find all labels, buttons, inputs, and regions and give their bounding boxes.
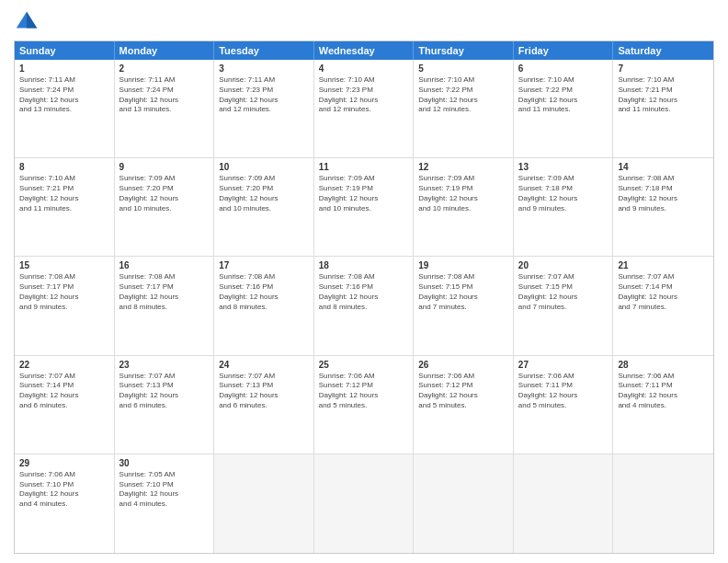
day-number: 25 [319, 359, 409, 371]
day-number: 3 [219, 63, 309, 75]
cal-cell-12: 12Sunrise: 7:09 AMSunset: 7:19 PMDayligh… [414, 158, 514, 256]
day-number: 18 [319, 259, 409, 271]
day-detail: Sunrise: 7:10 AMSunset: 7:22 PMDaylight:… [418, 75, 508, 115]
cal-cell-empty-2 [214, 454, 314, 553]
cal-header-saturday: Saturday [613, 41, 713, 60]
cal-cell-20: 20Sunrise: 7:07 AMSunset: 7:15 PMDayligh… [514, 257, 614, 354]
cal-cell-8: 8Sunrise: 7:10 AMSunset: 7:21 PMDaylight… [15, 158, 115, 256]
day-detail: Sunrise: 7:10 AMSunset: 7:21 PMDaylight:… [618, 75, 709, 115]
cal-week-3: 15Sunrise: 7:08 AMSunset: 7:17 PMDayligh… [15, 257, 713, 355]
cal-header-monday: Monday [115, 41, 215, 60]
cal-cell-empty-3 [314, 454, 415, 553]
day-detail: Sunrise: 7:10 AMSunset: 7:23 PMDaylight:… [319, 75, 409, 115]
day-number: 19 [418, 259, 508, 271]
logo [14, 9, 43, 35]
cal-cell-18: 18Sunrise: 7:08 AMSunset: 7:16 PMDayligh… [314, 257, 415, 354]
cal-cell-22: 22Sunrise: 7:07 AMSunset: 7:14 PMDayligh… [15, 356, 115, 454]
cal-cell-15: 15Sunrise: 7:08 AMSunset: 7:17 PMDayligh… [15, 257, 115, 354]
cal-header-tuesday: Tuesday [214, 41, 314, 60]
day-detail: Sunrise: 7:11 AMSunset: 7:24 PMDaylight:… [119, 75, 210, 115]
calendar-body: 1Sunrise: 7:11 AMSunset: 7:24 PMDaylight… [15, 60, 713, 553]
day-number: 8 [19, 161, 109, 173]
cal-cell-11: 11Sunrise: 7:09 AMSunset: 7:19 PMDayligh… [314, 158, 415, 256]
day-number: 16 [119, 259, 210, 271]
cal-cell-30: 30Sunrise: 7:05 AMSunset: 7:10 PMDayligh… [115, 454, 215, 553]
header [14, 9, 714, 35]
day-detail: Sunrise: 7:09 AMSunset: 7:20 PMDaylight:… [119, 174, 210, 213]
cal-cell-9: 9Sunrise: 7:09 AMSunset: 7:20 PMDaylight… [115, 158, 215, 256]
day-number: 4 [319, 63, 409, 75]
cal-week-5: 29Sunrise: 7:06 AMSunset: 7:10 PMDayligh… [15, 454, 713, 553]
svg-marker-1 [27, 12, 37, 29]
day-detail: Sunrise: 7:09 AMSunset: 7:20 PMDaylight:… [219, 174, 309, 213]
cal-week-4: 22Sunrise: 7:07 AMSunset: 7:14 PMDayligh… [15, 356, 713, 454]
cal-cell-empty-6 [613, 454, 713, 553]
day-detail: Sunrise: 7:06 AMSunset: 7:12 PMDaylight:… [418, 372, 508, 411]
day-detail: Sunrise: 7:06 AMSunset: 7:11 PMDaylight:… [618, 372, 709, 411]
cal-header-thursday: Thursday [414, 41, 514, 60]
day-detail: Sunrise: 7:07 AMSunset: 7:14 PMDaylight:… [19, 372, 109, 411]
cal-cell-1: 1Sunrise: 7:11 AMSunset: 7:24 PMDaylight… [15, 60, 115, 157]
day-detail: Sunrise: 7:11 AMSunset: 7:23 PMDaylight:… [219, 75, 309, 115]
day-detail: Sunrise: 7:10 AMSunset: 7:21 PMDaylight:… [19, 174, 109, 213]
day-detail: Sunrise: 7:09 AMSunset: 7:19 PMDaylight:… [418, 174, 508, 213]
day-detail: Sunrise: 7:10 AMSunset: 7:22 PMDaylight:… [518, 75, 609, 115]
cal-cell-19: 19Sunrise: 7:08 AMSunset: 7:15 PMDayligh… [414, 257, 514, 354]
calendar: SundayMondayTuesdayWednesdayThursdayFrid… [14, 40, 714, 554]
cal-cell-4: 4Sunrise: 7:10 AMSunset: 7:23 PMDaylight… [314, 60, 415, 157]
cal-cell-10: 10Sunrise: 7:09 AMSunset: 7:20 PMDayligh… [214, 158, 314, 256]
day-detail: Sunrise: 7:07 AMSunset: 7:13 PMDaylight:… [219, 372, 309, 411]
calendar-header: SundayMondayTuesdayWednesdayThursdayFrid… [15, 41, 713, 60]
cal-cell-27: 27Sunrise: 7:06 AMSunset: 7:11 PMDayligh… [514, 356, 614, 454]
cal-cell-24: 24Sunrise: 7:07 AMSunset: 7:13 PMDayligh… [214, 356, 314, 454]
day-detail: Sunrise: 7:08 AMSunset: 7:16 PMDaylight:… [319, 272, 409, 312]
logo-icon [14, 9, 40, 35]
day-number: 23 [119, 359, 210, 371]
day-number: 6 [518, 63, 609, 75]
day-detail: Sunrise: 7:09 AMSunset: 7:19 PMDaylight:… [319, 174, 409, 213]
day-number: 20 [518, 259, 609, 271]
cal-cell-29: 29Sunrise: 7:06 AMSunset: 7:10 PMDayligh… [15, 454, 115, 553]
day-detail: Sunrise: 7:08 AMSunset: 7:18 PMDaylight:… [618, 174, 709, 213]
cal-cell-5: 5Sunrise: 7:10 AMSunset: 7:22 PMDaylight… [414, 60, 514, 157]
day-number: 7 [618, 63, 709, 75]
cal-cell-13: 13Sunrise: 7:09 AMSunset: 7:18 PMDayligh… [514, 158, 614, 256]
day-detail: Sunrise: 7:08 AMSunset: 7:16 PMDaylight:… [219, 272, 309, 312]
day-number: 1 [19, 63, 109, 75]
day-number: 12 [418, 161, 508, 173]
cal-cell-26: 26Sunrise: 7:06 AMSunset: 7:12 PMDayligh… [414, 356, 514, 454]
day-number: 13 [518, 161, 609, 173]
cal-header-friday: Friday [514, 41, 614, 60]
cal-cell-6: 6Sunrise: 7:10 AMSunset: 7:22 PMDaylight… [514, 60, 614, 157]
day-number: 21 [618, 259, 709, 271]
day-detail: Sunrise: 7:06 AMSunset: 7:11 PMDaylight:… [518, 372, 609, 411]
cal-week-1: 1Sunrise: 7:11 AMSunset: 7:24 PMDaylight… [15, 60, 713, 158]
cal-cell-16: 16Sunrise: 7:08 AMSunset: 7:17 PMDayligh… [115, 257, 215, 354]
day-number: 17 [219, 259, 309, 271]
day-number: 14 [618, 161, 709, 173]
day-number: 28 [618, 359, 709, 371]
cal-cell-17: 17Sunrise: 7:08 AMSunset: 7:16 PMDayligh… [214, 257, 314, 354]
day-number: 26 [418, 359, 508, 371]
day-detail: Sunrise: 7:08 AMSunset: 7:15 PMDaylight:… [418, 272, 508, 312]
day-number: 9 [119, 161, 210, 173]
cal-week-2: 8Sunrise: 7:10 AMSunset: 7:21 PMDaylight… [15, 158, 713, 257]
day-detail: Sunrise: 7:06 AMSunset: 7:12 PMDaylight:… [319, 372, 409, 411]
day-number: 30 [119, 457, 210, 469]
day-detail: Sunrise: 7:11 AMSunset: 7:24 PMDaylight:… [19, 75, 109, 115]
cal-cell-28: 28Sunrise: 7:06 AMSunset: 7:11 PMDayligh… [613, 356, 713, 454]
day-number: 29 [19, 457, 109, 469]
cal-cell-21: 21Sunrise: 7:07 AMSunset: 7:14 PMDayligh… [613, 257, 713, 354]
day-detail: Sunrise: 7:07 AMSunset: 7:13 PMDaylight:… [119, 372, 210, 411]
cal-cell-25: 25Sunrise: 7:06 AMSunset: 7:12 PMDayligh… [314, 356, 415, 454]
day-number: 24 [219, 359, 309, 371]
day-detail: Sunrise: 7:07 AMSunset: 7:14 PMDaylight:… [618, 272, 709, 312]
cal-cell-empty-4 [414, 454, 514, 553]
cal-header-wednesday: Wednesday [314, 41, 415, 60]
cal-cell-7: 7Sunrise: 7:10 AMSunset: 7:21 PMDaylight… [613, 60, 713, 157]
day-number: 5 [418, 63, 508, 75]
page: SundayMondayTuesdayWednesdayThursdayFrid… [0, 0, 728, 563]
day-number: 2 [119, 63, 210, 75]
day-number: 11 [319, 161, 409, 173]
cal-cell-2: 2Sunrise: 7:11 AMSunset: 7:24 PMDaylight… [115, 60, 215, 157]
